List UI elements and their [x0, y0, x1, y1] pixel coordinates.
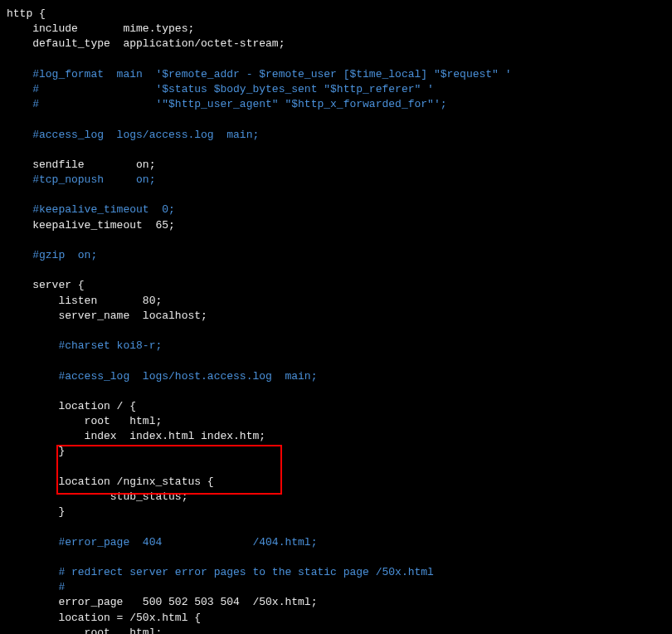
code-comment: #log_format main '$remote_addr - $remote…: [7, 67, 672, 82]
code-line: default_type application/octet-stream;: [7, 37, 672, 51]
code-line: [7, 519, 672, 534]
code-line-highlighted: }: [7, 505, 672, 519]
code-comment: #access_log logs/access.log main;: [7, 128, 672, 143]
code-line: [7, 233, 672, 248]
code-line: }: [7, 444, 672, 459]
code-line: [7, 550, 672, 565]
code-line: sendfile on;: [7, 158, 672, 173]
code-line: [7, 143, 672, 158]
code-comment: #error_page 404 /404.html;: [7, 535, 672, 550]
code-line: [7, 354, 672, 368]
code-line: [7, 460, 672, 475]
code-line: include mime.types;: [7, 22, 672, 37]
code-line: location = /50x.html {: [7, 611, 672, 626]
code-line-highlighted: stub_status;: [7, 490, 672, 505]
code-line: server_name localhost;: [7, 309, 672, 324]
code-line: http {: [7, 7, 672, 22]
code-line: listen 80;: [7, 294, 672, 309]
code-line: root html;: [7, 626, 672, 634]
terminal-code-viewer: http { include mime.types; default_type …: [7, 7, 672, 634]
code-comment: # '"$http_user_agent" "$http_x_forwarded…: [7, 97, 672, 112]
code-line: [7, 263, 672, 278]
code-line: [7, 324, 672, 339]
code-comment: #keepalive_timeout 0;: [7, 202, 672, 217]
code-line: keepalive_timeout 65;: [7, 218, 672, 233]
code-comment: #charset koi8-r;: [7, 339, 672, 354]
code-line: error_page 500 502 503 504 /50x.html;: [7, 595, 672, 610]
code-line: [7, 384, 672, 399]
code-line: server {: [7, 278, 672, 293]
code-line: root html;: [7, 414, 672, 429]
code-line: index index.html index.htm;: [7, 429, 672, 444]
code-line: [7, 112, 672, 127]
code-comment: #access_log logs/host.access.log main;: [7, 369, 672, 384]
code-comment: # redirect server error pages to the sta…: [7, 565, 672, 580]
code-comment: #gzip on;: [7, 248, 672, 263]
code-line-highlighted: location /nginx_status {: [7, 475, 672, 490]
code-comment: #tcp_nopush on;: [7, 173, 672, 188]
code-line: [7, 188, 672, 202]
code-line: [7, 52, 672, 67]
code-comment: #: [7, 580, 672, 595]
code-line: location / {: [7, 399, 672, 414]
code-comment: # '$status $body_bytes_sent "$http_refer…: [7, 82, 672, 97]
